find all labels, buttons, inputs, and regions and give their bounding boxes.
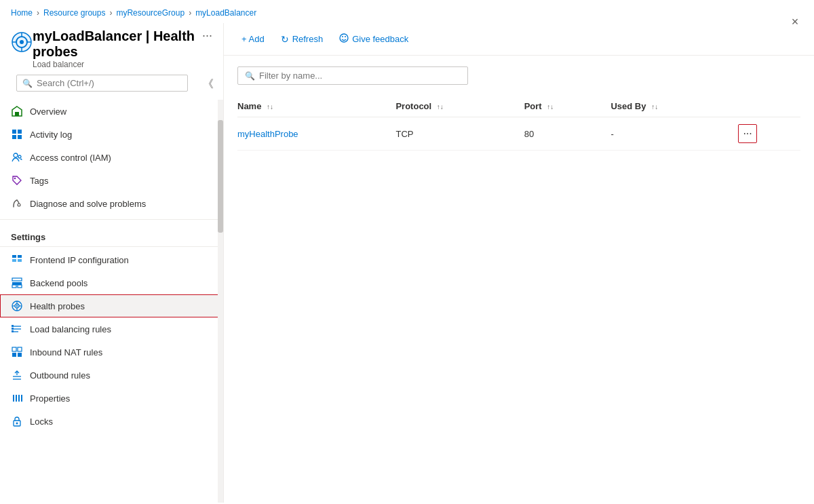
svg-rect-8 xyxy=(15,112,19,116)
filter-icon: 🔍 xyxy=(245,71,255,81)
settings-section-label: Settings xyxy=(0,221,223,245)
col-actions xyxy=(738,96,800,117)
sidebar-item-tags-label: Tags xyxy=(30,176,48,186)
sidebar-item-lb-rules[interactable]: Load balancing rules xyxy=(0,317,223,341)
col-used-by[interactable]: Used By ↑↓ xyxy=(610,96,738,117)
sidebar-item-frontend-ip[interactable]: Frontend IP configuration xyxy=(0,248,223,271)
health-probes-icon xyxy=(11,300,23,312)
filter-box[interactable]: 🔍 xyxy=(237,66,468,85)
svg-rect-21 xyxy=(12,278,22,281)
sidebar-item-health-probes[interactable]: Health probes xyxy=(0,294,223,317)
search-input[interactable] xyxy=(37,78,182,88)
breadcrumb-resource-group[interactable]: myResourceGroup xyxy=(116,8,185,18)
resource-title: myLoadBalancer | Health probes xyxy=(33,28,197,60)
sidebar-item-iam[interactable]: Access control (IAM) xyxy=(0,146,223,169)
svg-point-53 xyxy=(345,36,346,37)
feedback-icon xyxy=(339,33,349,45)
sidebar-item-activity-log-label: Activity log xyxy=(30,130,72,140)
health-probes-table: Name ↑↓ Protocol ↑↓ Port ↑↓ Used By xyxy=(237,96,800,151)
probe-name-link[interactable]: myHealthProbe xyxy=(237,129,298,139)
sidebar-search-box[interactable]: 🔍 xyxy=(16,75,188,92)
svg-rect-10 xyxy=(18,130,22,134)
svg-rect-12 xyxy=(18,135,22,139)
sidebar-item-outbound-rules[interactable]: Outbound rules xyxy=(0,364,223,387)
feedback-button[interactable]: Give feedback xyxy=(332,30,415,48)
sidebar-item-properties[interactable]: Properties xyxy=(0,387,223,410)
resource-subtitle: Load balancer xyxy=(33,60,197,69)
sidebar-item-health-probes-label: Health probes xyxy=(30,301,85,311)
frontend-ip-icon xyxy=(11,254,23,266)
breadcrumb-resource[interactable]: myLoadBalancer xyxy=(195,8,256,18)
breadcrumb: Home › Resource groups › myResourceGroup… xyxy=(0,0,814,23)
add-button[interactable]: + Add xyxy=(235,31,271,47)
probe-protocol: TCP xyxy=(395,117,524,151)
svg-rect-47 xyxy=(18,395,20,402)
col-name[interactable]: Name ↑↓ xyxy=(237,96,395,117)
svg-rect-9 xyxy=(12,130,16,134)
close-button[interactable]: × xyxy=(784,11,806,33)
svg-rect-35 xyxy=(12,325,14,327)
refresh-button[interactable]: ↻ Refresh xyxy=(274,31,330,48)
svg-rect-48 xyxy=(21,395,22,402)
breadcrumb-home[interactable]: Home xyxy=(11,8,33,18)
sidebar-item-locks-label: Locks xyxy=(30,416,53,427)
resource-logo xyxy=(11,30,33,54)
sidebar-item-lb-rules-label: Load balancing rules xyxy=(30,324,111,334)
svg-rect-22 xyxy=(12,282,22,285)
sidebar-item-frontend-ip-label: Frontend IP configuration xyxy=(30,255,129,265)
refresh-icon: ↻ xyxy=(281,34,289,45)
probe-actions-cell: ··· xyxy=(738,117,800,151)
svg-point-27 xyxy=(16,305,18,307)
iam-icon xyxy=(11,151,23,163)
sidebar-item-overview[interactable]: Overview xyxy=(0,100,223,123)
breadcrumb-resource-groups[interactable]: Resource groups xyxy=(43,8,105,18)
sidebar-item-diagnose[interactable]: Diagnose and solve problems xyxy=(0,192,223,215)
nat-rules-icon xyxy=(11,346,23,358)
backend-pools-icon xyxy=(11,277,23,289)
sort-used-by-icon[interactable]: ↑↓ xyxy=(651,103,658,111)
filter-input[interactable] xyxy=(259,71,461,81)
sidebar-item-backend-pools[interactable]: Backend pools xyxy=(0,271,223,294)
table-row: myHealthProbe TCP 80 - ··· xyxy=(237,117,800,151)
diagnose-icon xyxy=(11,197,23,210)
svg-rect-17 xyxy=(12,255,16,258)
svg-rect-11 xyxy=(12,135,16,139)
sidebar-item-nat-rules[interactable]: Inbound NAT rules xyxy=(0,341,223,364)
sort-port-icon[interactable]: ↑↓ xyxy=(547,103,554,111)
svg-rect-38 xyxy=(12,347,16,351)
svg-point-51 xyxy=(340,34,348,42)
search-icon: 🔍 xyxy=(22,79,33,88)
svg-point-50 xyxy=(16,423,18,425)
sidebar-item-iam-label: Access control (IAM) xyxy=(30,153,111,163)
sidebar-item-activity-log[interactable]: Activity log xyxy=(0,123,223,146)
sidebar-item-nat-rules-label: Inbound NAT rules xyxy=(30,347,102,357)
sort-protocol-icon[interactable]: ↑↓ xyxy=(437,103,444,111)
overview-icon xyxy=(11,105,23,117)
lb-rules-icon xyxy=(11,323,23,335)
outbound-rules-icon xyxy=(11,369,23,381)
svg-rect-46 xyxy=(16,395,17,402)
tags-icon xyxy=(11,174,23,187)
collapse-sidebar-button[interactable]: 《 xyxy=(199,75,218,94)
col-protocol[interactable]: Protocol ↑↓ xyxy=(395,96,524,117)
svg-point-2 xyxy=(20,40,24,44)
svg-rect-45 xyxy=(13,395,14,402)
svg-rect-18 xyxy=(18,255,22,258)
probe-more-button[interactable]: ··· xyxy=(738,124,757,143)
sidebar-item-locks[interactable]: Locks xyxy=(0,410,223,433)
svg-rect-23 xyxy=(12,285,16,288)
sidebar-item-diagnose-label: Diagnose and solve problems xyxy=(30,199,146,209)
svg-rect-19 xyxy=(12,259,16,262)
sidebar-item-overview-label: Overview xyxy=(30,106,66,117)
probe-port: 80 xyxy=(524,117,611,151)
sidebar-item-tags[interactable]: Tags xyxy=(0,169,223,192)
svg-rect-41 xyxy=(18,353,22,357)
svg-rect-39 xyxy=(18,347,22,351)
col-port[interactable]: Port ↑↓ xyxy=(524,96,611,117)
activity-log-icon xyxy=(11,128,23,140)
sort-name-icon[interactable]: ↑↓ xyxy=(267,103,273,111)
svg-point-13 xyxy=(14,153,18,157)
sidebar-item-outbound-rules-label: Outbound rules xyxy=(30,370,90,381)
svg-point-15 xyxy=(14,178,16,179)
more-options-button[interactable]: ··· xyxy=(202,28,212,43)
